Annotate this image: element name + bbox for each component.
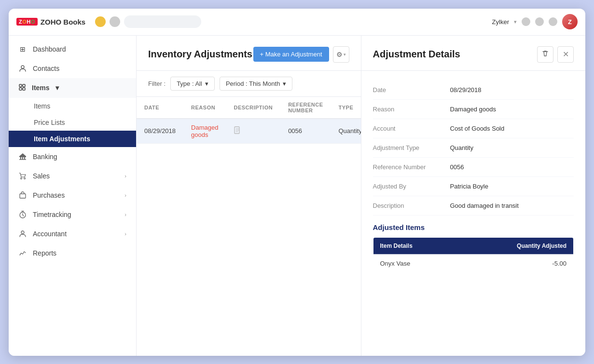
panels-row: Inventory Adjustments + Make an Adjustme…	[137, 36, 585, 356]
sidebar-item-banking[interactable]: Banking	[9, 147, 136, 166]
zoho-logo: ZOHO	[16, 18, 38, 26]
title-bar: ZOHO ZOHO Books Zylker ▾ Z	[9, 9, 585, 36]
detail-row-adjustment-type: Adjustment Type Quantity	[373, 138, 574, 158]
cell-date: 08/29/2018	[137, 119, 183, 144]
adj-table-header-row: Item Details Quantity Adjusted	[373, 237, 574, 255]
sidebar-item-accountant[interactable]: Accountant ›	[9, 224, 136, 243]
sidebar-sub-price-lists[interactable]: Price Lists	[9, 114, 136, 131]
settings-dropdown-icon: ▾	[344, 52, 346, 57]
filter-period-label: Period : This Month	[226, 80, 280, 87]
filter-period-button[interactable]: Period : This Month ▾	[220, 77, 292, 91]
svg-point-15	[21, 231, 24, 234]
make-adjustment-button[interactable]: + Make an Adjustment	[253, 47, 329, 62]
cell-reference: 0056	[280, 119, 331, 144]
avatar[interactable]: Z	[562, 14, 578, 29]
accountant-arrow: ›	[124, 231, 126, 237]
timetracking-icon	[18, 210, 27, 219]
filter-period-arrow: ▾	[283, 80, 286, 87]
items-arrow: ▾	[55, 84, 59, 92]
detail-header: Adjustment Details ✕	[361, 36, 586, 71]
search-bar	[124, 15, 201, 28]
detail-key-adjustment-type: Adjustment Type	[373, 144, 450, 151]
detail-actions: ✕	[537, 46, 574, 63]
tb-dot-3	[549, 17, 557, 26]
sidebar-item-reports[interactable]: Reports	[9, 243, 136, 263]
cell-type: Quantity	[331, 119, 360, 144]
sidebar-sub-items[interactable]: Items	[9, 98, 136, 114]
list-header-actions: + Make an Adjustment ⚙ ▾	[253, 46, 349, 63]
detail-body: Date 08/29/2018 Reason Damaged goods Acc…	[361, 71, 586, 290]
detail-key-date: Date	[373, 86, 450, 94]
sidebar-item-contacts[interactable]: Contacts	[9, 59, 136, 78]
tb-dot-1	[522, 17, 530, 26]
svg-rect-8	[24, 157, 25, 159]
detail-val-account: Cost of Goods Sold	[450, 125, 505, 132]
detail-key-description: Description	[373, 202, 450, 209]
title-bar-controls	[95, 15, 492, 28]
loading-indicator	[95, 16, 106, 27]
detail-val-adjusted-by: Patricia Boyle	[450, 183, 488, 190]
col-reason: REASON	[183, 97, 226, 119]
books-label: ZOHO Books	[41, 18, 85, 26]
detail-key-reference-number: Reference Number	[373, 163, 450, 171]
cell-description	[226, 119, 280, 144]
sidebar-item-items[interactable]: Items ▾	[9, 78, 136, 98]
svg-rect-6	[20, 157, 21, 159]
user-name[interactable]: Zylker	[492, 18, 509, 26]
list-panel: Inventory Adjustments + Make an Adjustme…	[137, 36, 361, 356]
adj-col-quantity-adjusted: Quantity Adjusted	[457, 237, 573, 255]
reports-icon	[18, 249, 27, 257]
sidebar-item-label-accountant: Accountant	[33, 230, 67, 238]
purchases-icon	[18, 191, 27, 200]
table-row[interactable]: 08/29/2018 Damaged goods 0056 Quantity	[137, 119, 361, 144]
adjusted-items-title: Adjusted Items	[373, 223, 574, 231]
accountant-icon	[18, 229, 27, 238]
adj-cell-quantity: -5.00	[457, 255, 573, 272]
sidebar-sub-item-adjustments[interactable]: Item Adjustments	[9, 131, 136, 147]
detail-key-adjusted-by: Adjusted By	[373, 183, 450, 190]
detail-key-reason: Reason	[373, 106, 450, 113]
col-type: TYPE	[331, 97, 360, 119]
svg-rect-2	[23, 84, 25, 87]
table-container: DATE REASON DESCRIPTION REFERENCE NUMBER…	[137, 97, 361, 356]
settings-icon: ⚙	[336, 51, 343, 58]
adj-col-item-details: Item Details	[373, 237, 457, 255]
sidebar-item-dashboard[interactable]: ⊞ Dashboard	[9, 40, 136, 59]
detail-row-description: Description Good damaged in transit	[373, 196, 574, 216]
sales-icon	[18, 172, 27, 180]
title-bar-right: Zylker ▾ Z	[492, 14, 578, 29]
adj-table-row[interactable]: Onyx Vase -5.00	[373, 255, 574, 272]
adjusted-items-table: Item Details Quantity Adjusted Onyx Vase…	[373, 237, 574, 272]
detail-val-reference-number: 0056	[450, 163, 464, 171]
delete-button[interactable]	[537, 46, 553, 63]
tb-dot-2	[535, 17, 544, 26]
svg-rect-13	[20, 194, 26, 198]
filter-label: Filter :	[148, 80, 166, 87]
banking-icon	[18, 152, 27, 161]
close-button[interactable]: ✕	[557, 46, 574, 63]
filter-type-label: Type : All	[177, 80, 202, 87]
filter-type-button[interactable]: Type : All ▾	[170, 77, 215, 91]
svg-rect-1	[19, 84, 22, 87]
user-dropdown-icon[interactable]: ▾	[514, 19, 517, 25]
svg-rect-3	[19, 88, 22, 90]
app-window: ZOHO ZOHO Books Zylker ▾ Z ⊞ Dashboard	[9, 9, 585, 356]
sidebar-item-timetracking[interactable]: Timetracking ›	[9, 205, 136, 224]
detail-val-reason: Damaged goods	[450, 106, 496, 113]
sidebar-item-label-banking: Banking	[33, 153, 57, 161]
svg-point-0	[21, 66, 24, 68]
filter-bar: Filter : Type : All ▾ Period : This Mont…	[137, 71, 361, 97]
detail-val-adjustment-type: Quantity	[450, 144, 473, 151]
purchases-arrow: ›	[124, 192, 126, 198]
svg-marker-9	[19, 153, 26, 156]
sidebar-item-sales[interactable]: Sales ›	[9, 166, 136, 186]
settings-button[interactable]: ⚙ ▾	[333, 46, 349, 63]
sidebar-item-label-dashboard: Dashboard	[33, 45, 66, 53]
svg-point-11	[21, 177, 22, 179]
detail-val-date: 08/29/2018	[450, 86, 482, 94]
contacts-icon	[18, 64, 27, 73]
svg-rect-7	[22, 157, 23, 159]
adj-cell-item: Onyx Vase	[373, 255, 457, 272]
dashboard-icon: ⊞	[18, 45, 27, 54]
sidebar-item-purchases[interactable]: Purchases ›	[9, 186, 136, 205]
